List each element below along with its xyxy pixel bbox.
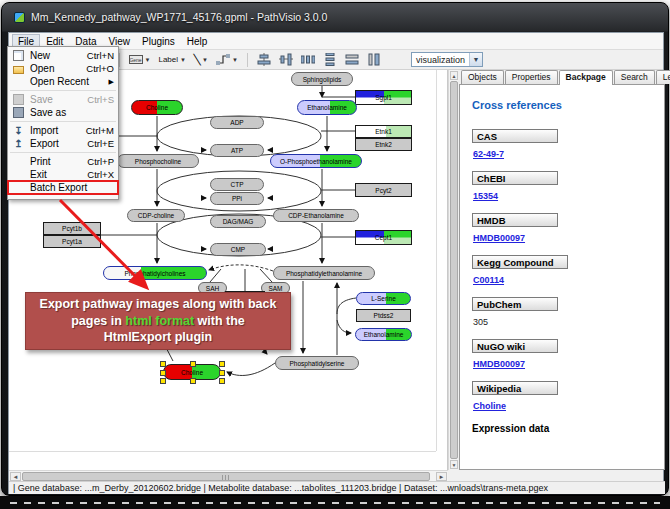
- xref-database-name: PubChem: [472, 297, 558, 311]
- align-center-vertical-button[interactable]: [276, 51, 296, 68]
- selection-handle[interactable]: [219, 361, 225, 367]
- node-label: Phosphatidylethanolamine: [286, 270, 362, 277]
- gene-box-pcyt2[interactable]: Pcyt2: [355, 183, 412, 197]
- node-choline-selected[interactable]: Choline: [163, 364, 221, 380]
- node-dag-mag[interactable]: DAG/MAG: [210, 215, 266, 228]
- selection-handle[interactable]: [219, 370, 225, 376]
- file-menu-item-exit[interactable]: ExitCtrl+X: [8, 168, 118, 181]
- chevron-down-icon[interactable]: ▼: [232, 57, 238, 63]
- match-width-button[interactable]: [342, 51, 362, 68]
- menubar-item-plugins[interactable]: Plugins: [136, 34, 181, 49]
- file-menu-item-save-as[interactable]: Save as: [8, 106, 118, 119]
- match-height-button[interactable]: [364, 51, 384, 68]
- distribute-vertical-button[interactable]: [320, 51, 340, 68]
- node-label: Phosphocholine: [135, 158, 181, 165]
- selection-handle[interactable]: [219, 378, 225, 384]
- canvas-vertical-scrollbar[interactable]: ▲ ▼: [448, 70, 458, 470]
- gene-box-cept1[interactable]: Cept1: [355, 230, 412, 245]
- scroll-left-icon[interactable]: ◄: [10, 472, 21, 481]
- line-tool-button[interactable]: ╲▼: [191, 51, 211, 68]
- node-ppi[interactable]: PPi: [210, 192, 264, 205]
- node-phosphocholine[interactable]: Phosphocholine: [117, 154, 199, 168]
- file-menu-item-print[interactable]: PrintCtrl+P: [8, 155, 118, 168]
- menubar-item-help[interactable]: Help: [181, 34, 214, 49]
- node-label: Etnk2: [375, 141, 392, 148]
- node-label: Ethanolamine: [364, 331, 404, 338]
- node-sphingolipids[interactable]: Sphingolipids: [291, 72, 353, 86]
- gene-box-etnk2[interactable]: Etnk2: [355, 138, 412, 151]
- selection-handle[interactable]: [160, 361, 166, 367]
- vertical-scroll-thumb[interactable]: [450, 81, 458, 459]
- node-label: SAH: [206, 285, 219, 292]
- node-phosphatidylethanolamine[interactable]: Phosphatidylethanolamine: [273, 266, 375, 280]
- node-phosphatidylserine[interactable]: Phosphatidylserine: [275, 356, 359, 370]
- chevron-down-icon[interactable]: ▼: [180, 57, 186, 63]
- file-menu-item-open[interactable]: OpenCtrl+O: [8, 62, 118, 75]
- tab-backpage[interactable]: Backpage: [559, 70, 613, 85]
- xref-id-link[interactable]: HMDB00097: [473, 233, 664, 243]
- file-menu-item-batch-export[interactable]: Batch Export: [8, 181, 118, 194]
- selection-handle[interactable]: [160, 378, 166, 384]
- horizontal-scroll-thumb[interactable]: [22, 472, 430, 481]
- tab-search[interactable]: Search: [614, 70, 655, 84]
- node-ctp[interactable]: CTP: [210, 178, 264, 191]
- selection-handle[interactable]: [190, 378, 196, 384]
- xref-id-link[interactable]: HMDB00097: [473, 359, 664, 369]
- file-menu-item-open-recent[interactable]: Open Recent▶: [8, 75, 118, 88]
- scroll-up-icon[interactable]: ▲: [450, 71, 458, 80]
- menu-item-label: Save as: [30, 107, 114, 118]
- chevron-down-icon[interactable]: ▼: [202, 57, 208, 63]
- gene-box-sgpl1[interactable]: Sgpl1: [355, 90, 412, 105]
- tab-legend[interactable]: Legend: [656, 70, 670, 84]
- visualization-combobox[interactable]: visualization ▼: [411, 52, 483, 67]
- node-cdp-choline[interactable]: CDP-choline: [127, 209, 185, 222]
- scroll-down-icon[interactable]: ▼: [450, 460, 458, 469]
- node-l-serine[interactable]: L-Serine: [356, 292, 411, 305]
- gene-box-etnk1[interactable]: Etnk1: [355, 125, 412, 138]
- file-menu-dropdown: NewCtrl+NOpenCtrl+OOpen Recent▶SaveCtrl+…: [7, 46, 119, 200]
- chevron-down-icon[interactable]: ▼: [145, 57, 151, 63]
- xref-id-link[interactable]: 15354: [473, 191, 664, 201]
- gene-box-ptdss2[interactable]: Ptdss2: [356, 309, 411, 322]
- file-menu-item-new[interactable]: NewCtrl+N: [8, 49, 118, 62]
- file-menu-item-export[interactable]: ↥ExportCtrl+E: [8, 137, 118, 150]
- xref-id-link[interactable]: 62-49-7: [473, 149, 664, 159]
- visualization-dropdown-icon[interactable]: ▼: [469, 53, 482, 66]
- scroll-right-icon[interactable]: ►: [436, 472, 447, 481]
- pathvisio-app-icon: [14, 12, 25, 23]
- file-menu-item-import[interactable]: ↧ImportCtrl+M: [8, 124, 118, 137]
- node-o-phosphoethanolamine[interactable]: O-Phosphoethanolamine: [270, 154, 362, 168]
- gene-datanode-tool-button[interactable]: Gene▼: [126, 51, 154, 68]
- node-ethanolamine-lower[interactable]: Ethanolamine: [355, 328, 412, 341]
- xref-id-link[interactable]: Choline: [473, 401, 664, 411]
- selection-handle[interactable]: [190, 361, 196, 367]
- expression-data-heading: Expression data: [472, 423, 664, 434]
- align-center-horizontal-button[interactable]: [254, 51, 274, 68]
- tab-objects[interactable]: Objects: [461, 70, 504, 84]
- node-ethanolamine-top[interactable]: Ethanolamine: [297, 100, 357, 115]
- open-icon: [11, 63, 26, 74]
- title-bar[interactable]: Mm_Kennedy_pathway_WP1771_45176.gpml - P…: [2, 3, 668, 31]
- import-icon: ↧: [11, 125, 26, 136]
- node-label: Choline: [146, 104, 168, 111]
- node-cmp[interactable]: CMP: [210, 243, 266, 256]
- canvas-horizontal-scrollbar[interactable]: ◄ ►: [9, 470, 448, 481]
- node-atp[interactable]: ATP: [210, 144, 264, 157]
- tab-properties[interactable]: Properties: [505, 70, 558, 84]
- node-phosphatidylcholines[interactable]: Phosphatidylcholines: [103, 266, 207, 280]
- node-label: Phosphatidylserine: [290, 360, 345, 367]
- connector-tool-button[interactable]: ▼: [213, 51, 241, 68]
- node-cdp-ethanolamine[interactable]: CDP-Ethanolamine: [273, 209, 359, 222]
- label-tool-button[interactable]: Label▼: [155, 51, 189, 68]
- gene-box-pcyt1b[interactable]: Pcyt1b: [43, 222, 101, 235]
- menu-item-shortcut: Ctrl+S: [87, 94, 114, 105]
- selection-handle[interactable]: [160, 370, 166, 376]
- node-adp[interactable]: ADP: [210, 116, 264, 129]
- distribute-horizontal-button[interactable]: [298, 51, 318, 68]
- xref-id-link[interactable]: C00114: [473, 275, 664, 285]
- node-label: Sphingolipids: [303, 76, 342, 83]
- file-menu-item-save[interactable]: SaveCtrl+S: [8, 93, 118, 106]
- node-choline-top[interactable]: Choline: [131, 100, 183, 115]
- gene-box-pcyt1a[interactable]: Pcyt1a: [43, 235, 101, 248]
- menu-separator: [10, 152, 116, 153]
